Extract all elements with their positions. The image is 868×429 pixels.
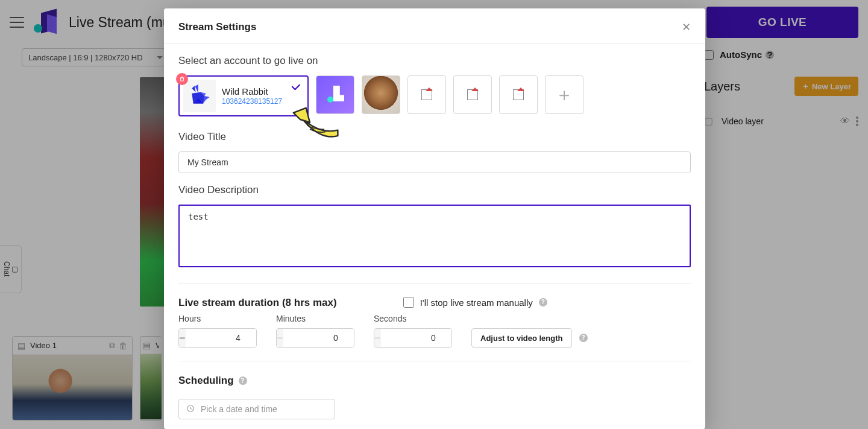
help-icon[interactable]: ? (579, 334, 588, 342)
minutes-label: Minutes (276, 314, 354, 323)
date-picker-placeholder: Pick a date and time (201, 404, 277, 414)
divider (178, 361, 691, 361)
seconds-input[interactable] (381, 329, 452, 347)
broken-image-icon (467, 89, 478, 100)
account-option[interactable] (407, 75, 446, 114)
duration-title: Live stream duration (8 hrs max) (178, 297, 337, 309)
date-picker[interactable]: Pick a date and time (178, 399, 335, 419)
video-description-input[interactable] (178, 205, 691, 267)
account-selected[interactable]: Wild Rabbit 103624238135127 (178, 75, 309, 116)
manual-stop-label: I'll stop live stream manually (420, 297, 533, 308)
divider (178, 283, 691, 284)
help-icon[interactable]: ? (539, 298, 547, 307)
close-icon[interactable]: ✕ (682, 21, 691, 34)
adjust-length-button[interactable]: Adjust to video length (471, 328, 572, 348)
manual-stop-checkbox[interactable] (403, 297, 414, 308)
hours-stepper: − + (178, 328, 257, 348)
video-title-input[interactable] (178, 151, 691, 173)
stepper-minus[interactable]: − (277, 329, 283, 347)
account-avatar (183, 80, 216, 112)
account-option[interactable] (499, 75, 538, 114)
select-account-label: Select an account to go live on (178, 55, 691, 67)
broken-image-icon (421, 89, 432, 100)
account-option[interactable] (316, 75, 354, 114)
svg-marker-0 (192, 86, 195, 92)
delete-account-badge[interactable] (176, 73, 188, 85)
logo-l-icon (333, 86, 344, 101)
account-option[interactable] (362, 75, 400, 114)
help-icon[interactable]: ? (239, 377, 247, 385)
video-title-label: Video Title (178, 131, 691, 143)
hours-label: Hours (178, 314, 257, 323)
modal-title: Stream Settings (178, 21, 256, 33)
video-description-label: Video Description (178, 184, 691, 196)
minutes-input[interactable] (283, 329, 354, 347)
clock-icon (186, 404, 195, 415)
rabbit-icon (187, 83, 212, 109)
add-account-button[interactable]: ＋ (545, 75, 583, 114)
hours-input[interactable] (186, 329, 257, 347)
account-name: Wild Rabbit (222, 86, 282, 97)
account-id: 103624238135127 (222, 97, 282, 106)
trash-icon (179, 76, 185, 82)
minutes-stepper: − + (276, 328, 354, 348)
stepper-minus[interactable]: − (374, 329, 381, 347)
broken-image-icon (513, 89, 524, 100)
logo-dot-icon (327, 97, 333, 103)
check-icon (291, 83, 301, 96)
stream-settings-modal: Stream Settings ✕ Select an account to g… (164, 8, 705, 429)
stepper-minus[interactable]: − (179, 329, 186, 347)
seconds-label: Seconds (374, 314, 452, 323)
account-option[interactable] (453, 75, 492, 114)
scheduling-title: Scheduling (178, 375, 234, 387)
seconds-stepper: − + (374, 328, 452, 348)
